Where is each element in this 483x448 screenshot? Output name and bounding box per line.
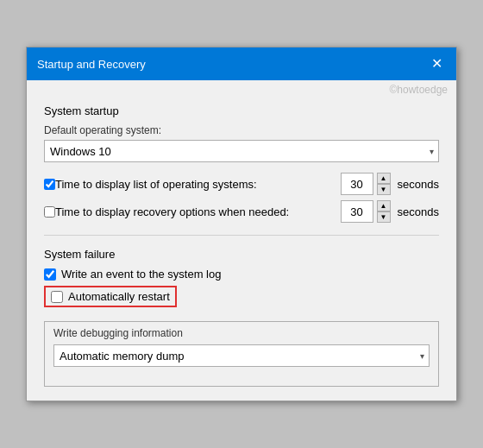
write-debugging-dropdown-container: Automatic memory dump ▾ [53,344,430,367]
system-startup-label: System startup [44,104,439,117]
recovery-options-checkbox[interactable] [44,206,55,218]
write-debugging-group: Write debugging information Automatic me… [44,321,439,387]
time-display-left: Time to display list of operating system… [44,178,257,191]
section-divider [44,235,439,236]
close-button[interactable]: ✕ [428,57,446,71]
recovery-options-label: Time to display recovery options when ne… [55,205,289,218]
recovery-options-down-button[interactable]: ▼ [377,211,391,223]
time-display-unit: seconds [398,178,439,191]
time-display-spinner: ▲ ▼ [377,173,391,195]
startup-recovery-dialog: Startup and Recovery ✕ ©howtoedge System… [26,47,457,401]
time-display-input[interactable]: 30 [341,173,373,195]
recovery-options-right: 30 ▲ ▼ seconds [341,200,439,223]
title-bar: Startup and Recovery ✕ [27,47,456,80]
default-os-dropdown[interactable]: Windows 10 [44,140,439,162]
write-event-checkbox[interactable] [44,268,56,281]
recovery-options-input[interactable]: 30 [341,200,373,223]
time-display-down-button[interactable]: ▼ [377,184,391,195]
write-event-row: Write an event to the system log [44,268,439,281]
time-display-label: Time to display list of operating system… [55,178,257,191]
system-failure-section: System failure Write an event to the sys… [44,248,439,387]
recovery-options-left: Time to display recovery options when ne… [44,205,289,218]
recovery-options-unit: seconds [398,205,439,218]
write-debugging-title: Write debugging information [53,327,430,339]
system-startup-section: System startup Default operating system:… [44,104,439,223]
dialog-content: System startup Default operating system:… [27,96,456,401]
time-display-row: Time to display list of operating system… [44,173,439,195]
auto-restart-highlight-wrapper: Automatically restart [44,286,439,314]
time-display-up-button[interactable]: ▲ [377,173,391,184]
write-event-label: Write an event to the system log [61,268,221,281]
default-os-label: Default operating system: [44,124,439,136]
default-os-dropdown-container: Windows 10 ▾ [44,140,439,162]
watermark-text: ©howtoedge [27,80,456,96]
time-display-checkbox[interactable] [44,179,55,190]
dialog-title: Startup and Recovery [37,58,146,71]
system-failure-label: System failure [44,248,439,261]
recovery-options-row: Time to display recovery options when ne… [44,200,439,223]
auto-restart-label: Automatically restart [68,290,170,303]
recovery-options-up-button[interactable]: ▲ [377,200,391,211]
auto-restart-highlighted-row: Automatically restart [44,286,177,307]
recovery-options-spinner: ▲ ▼ [377,200,391,223]
time-display-right: 30 ▲ ▼ seconds [341,173,439,195]
write-debugging-dropdown[interactable]: Automatic memory dump [53,344,430,367]
auto-restart-checkbox[interactable] [51,291,63,303]
